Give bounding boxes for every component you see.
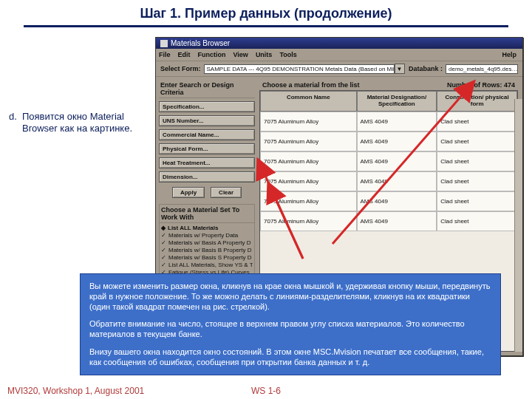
callout-p2: Обратите внимание на число, стоящее в ве… bbox=[89, 319, 491, 340]
right-panel-header: Choose a material from the list Number o… bbox=[259, 80, 518, 90]
callout-box: Вы можете изменить размер окна, кликнув … bbox=[80, 273, 501, 375]
bullet-text: Появится окно Material Browser как на ка… bbox=[22, 111, 154, 135]
clear-button[interactable]: Clear bbox=[211, 187, 242, 198]
col-construction[interactable]: Construction/ physical form bbox=[437, 91, 517, 112]
criteria-heattreatment-button[interactable]: Heat Treatment... bbox=[159, 157, 255, 168]
databank-label: Databank : bbox=[409, 65, 443, 72]
check-icon: ✓ bbox=[161, 255, 166, 261]
check-icon: ✓ bbox=[161, 240, 166, 246]
apply-button[interactable]: Apply bbox=[172, 187, 205, 198]
criteria-specification-button[interactable]: Specification... bbox=[159, 101, 255, 112]
window-icon bbox=[160, 40, 168, 47]
check-icon: ✓ bbox=[161, 233, 166, 239]
list-item[interactable]: ✓Materials w/ Basis A Property D bbox=[161, 239, 253, 246]
col-common-name[interactable]: Common Name bbox=[260, 91, 357, 112]
criteria-physicalform-button[interactable]: Physical Form... bbox=[159, 143, 255, 154]
check-icon: ✓ bbox=[161, 248, 166, 253]
material-set-title: Choose a Material Set To Work With bbox=[160, 205, 254, 223]
title-rule bbox=[24, 25, 508, 27]
select-form-dropdown-icon[interactable]: ▼ bbox=[395, 64, 405, 74]
table-row[interactable]: 7075 Aluminum Alloy AMS 4049 Clad sheet bbox=[260, 112, 517, 132]
databank-field[interactable]: demo_metals_4q95.des… bbox=[446, 64, 518, 74]
menu-bar: File Edit Function View Units Tools Help bbox=[156, 49, 522, 61]
menu-units[interactable]: Units bbox=[256, 51, 273, 58]
menu-tools[interactable]: Tools bbox=[279, 51, 296, 58]
list-item[interactable]: ✓Materials w/ Property Data bbox=[161, 232, 253, 239]
apply-clear-row: Apply Clear bbox=[159, 187, 255, 198]
table-row[interactable]: 7075 Aluminum Alloy AMS 4049 Clad sheet bbox=[260, 151, 517, 171]
select-form-label: Select Form: bbox=[160, 65, 201, 72]
criteria-commercialname-button[interactable]: Commercial Name... bbox=[159, 129, 255, 140]
vertical-scrollbar[interactable] bbox=[514, 99, 522, 352]
diamond-icon: ◆ bbox=[161, 225, 166, 231]
menu-edit[interactable]: Edit bbox=[178, 51, 191, 58]
check-icon: ✓ bbox=[161, 262, 166, 268]
menu-view[interactable]: View bbox=[233, 51, 248, 58]
choose-material-label: Choose a material from the list bbox=[262, 81, 360, 89]
slide: Шаг 1. Пример данных (продолжение) d. По… bbox=[0, 0, 532, 399]
table-row[interactable]: 7075 Aluminum Alloy AMS 4049 Clad sheet bbox=[260, 132, 517, 151]
list-item[interactable]: ✓Materials w/ Basis B Property D bbox=[161, 247, 253, 253]
window-title: Materials Browser bbox=[171, 39, 230, 47]
table-row[interactable]: 7075 Aluminum Alloy AMS 4049 Clad sheet bbox=[260, 191, 517, 211]
list-item[interactable]: ◆List ALL Materials bbox=[161, 225, 253, 231]
table-row[interactable]: 7075 Aluminum Alloy AMS 4049 Clad sheet bbox=[260, 211, 517, 231]
window-titlebar[interactable]: Materials Browser bbox=[156, 38, 522, 49]
table-header: Common Name Material Designation/ Specif… bbox=[260, 91, 517, 112]
menu-file[interactable]: File bbox=[159, 51, 171, 58]
list-item[interactable]: ✓Materials w/ Basis S Property D bbox=[161, 254, 253, 261]
bullet-d: d. Появится окно Material Browser как на… bbox=[10, 111, 154, 135]
criteria-dimension-button[interactable]: Dimension... bbox=[159, 171, 255, 183]
slide-title: Шаг 1. Пример данных (продолжение) bbox=[0, 6, 532, 21]
col-designation[interactable]: Material Designation/ Specification bbox=[357, 91, 437, 112]
callout-p3: Внизу вашего окна находится окно состоян… bbox=[89, 347, 491, 368]
list-item[interactable]: ✓List ALL Materials, Show YS & T bbox=[161, 262, 253, 268]
select-form-field[interactable]: SAMPLE DATA --- 4Q95 DEMONSTRATION Metal… bbox=[204, 64, 395, 74]
callout-p1: Вы можете изменить размер окна, кликнув … bbox=[89, 282, 491, 312]
footer-center: WS 1-6 bbox=[251, 386, 281, 396]
menu-help[interactable]: Help bbox=[502, 51, 516, 58]
criteria-title: Enter Search or Design Criteria bbox=[159, 80, 255, 98]
criteria-unsnumber-button[interactable]: UNS Number... bbox=[159, 115, 255, 126]
select-form-row: Select Form: SAMPLE DATA --- 4Q95 DEMONS… bbox=[156, 61, 522, 77]
bullet-marker: d. bbox=[9, 111, 17, 123]
menu-function[interactable]: Function bbox=[198, 51, 226, 58]
number-of-rows-label: Number of Rows: 474 bbox=[447, 81, 515, 89]
footer-left: MVI320, Workshop 1, August 2001 bbox=[7, 386, 144, 396]
table-row[interactable]: 7075 Aluminum Alloy AMS 4049 Clad sheet bbox=[260, 171, 517, 191]
